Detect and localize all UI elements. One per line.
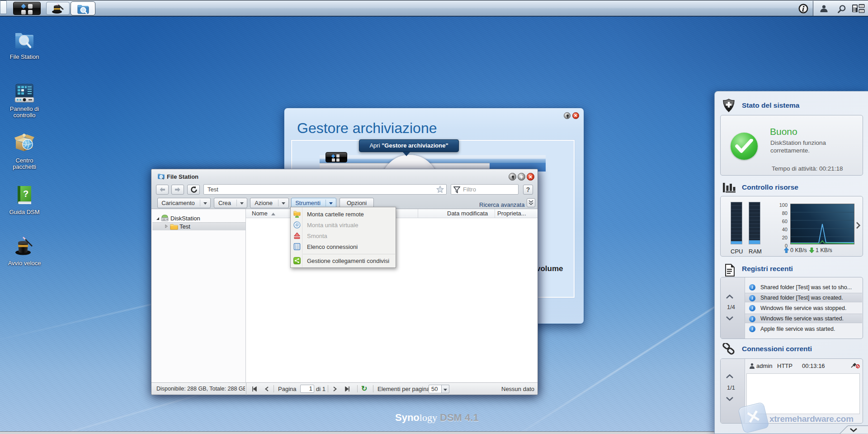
svg-text:?: ? xyxy=(23,189,28,199)
